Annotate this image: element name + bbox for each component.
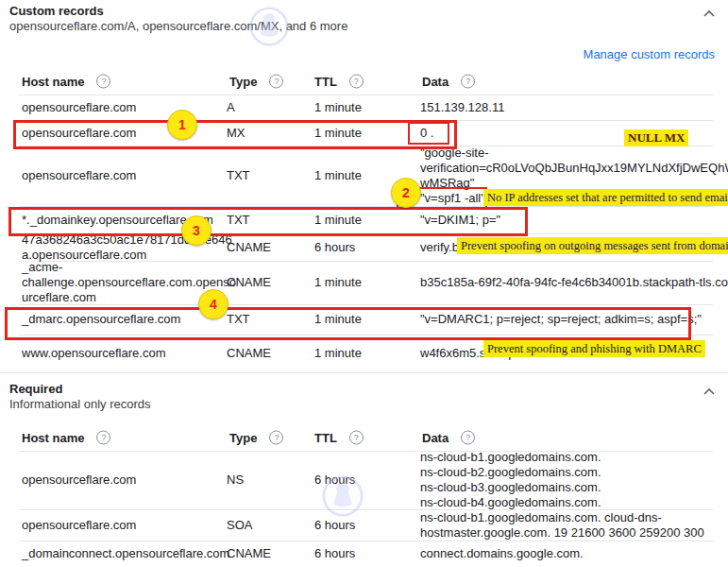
table-row: _dmarc.opensourceflare.com TXT 1 minute …: [19, 304, 713, 335]
host-cell: opensourceflare.com: [22, 472, 136, 488]
data-cell: "v=DMARC1; p=reject; sp=reject; adkim=s;…: [420, 312, 702, 327]
required-subtitle: Informational only records: [9, 397, 151, 411]
help-icon[interactable]: ?: [461, 75, 475, 89]
type-cell: SOA: [227, 518, 252, 533]
section-divider: [0, 372, 728, 373]
help-icon[interactable]: ?: [349, 430, 364, 444]
ttl-cell: 1 minute: [314, 100, 362, 115]
dns-records-page: Custom records opensourceflare.com/A, op…: [0, 0, 728, 567]
data-cell: 151.139.128.11: [420, 100, 504, 115]
column-data: Data: [422, 75, 449, 89]
annotation-badge-2: 2: [391, 178, 421, 208]
type-cell: TXT: [227, 312, 250, 327]
type-cell: CNAME: [227, 275, 271, 290]
ttl-cell: 6 hours: [314, 546, 355, 561]
data-cell: "v=DKIM1; p=": [420, 213, 500, 228]
column-type: Type: [229, 75, 257, 89]
annotation-badge-1: 1: [167, 110, 197, 140]
ttl-cell: 6 hours: [314, 240, 355, 255]
chevron-up-icon[interactable]: [702, 7, 717, 22]
help-icon[interactable]: ?: [96, 430, 110, 444]
data-cell: b35c185a-69f2-40fa-94fc-fe4c6b34001b.sta…: [420, 275, 728, 290]
host-cell: opensourceflare.com: [22, 168, 136, 183]
table-header: Host name? Type? TTL? Data?: [19, 68, 713, 95]
annotation-highlight-dmarc: Prevent spoofing and phishing with DMARC: [483, 340, 705, 357]
custom-records-title: Custom records: [9, 4, 104, 18]
table-row: *._domainkey.opensourceflare.com TXT 1 m…: [19, 206, 713, 234]
table-row: opensourceflare.com A 1 minute 151.139.1…: [19, 95, 713, 121]
host-cell: www.opensourceflare.com: [22, 346, 165, 361]
custom-records-subtitle: opensourceflare.com/A, opensourceflare.c…: [9, 19, 347, 33]
table-row: _domainconnect.opensourceflare.com CNAME…: [19, 541, 713, 567]
annotation-highlight-dkim: Prevent spoofing on outgoing messages se…: [457, 237, 728, 254]
ttl-cell: 6 hours: [314, 472, 355, 488]
annotation-highlight-null-mx: NULL MX: [624, 129, 688, 146]
chevron-up-icon[interactable]: [702, 385, 717, 400]
data-cell: 0 .: [420, 126, 433, 141]
help-icon[interactable]: ?: [461, 430, 475, 444]
data-cell: ns-cloud-b1.googledomains.com. cloud-dns…: [420, 510, 704, 541]
ttl-cell: 1 minute: [314, 312, 362, 327]
ttl-cell: 1 minute: [314, 213, 362, 228]
host-cell: opensourceflare.com: [22, 100, 136, 115]
table-header: Host name? Type? TTL? Data?: [19, 423, 713, 452]
table-row: opensourceflare.com MX 1 minute 0 .: [19, 120, 713, 146]
type-cell: CNAME: [227, 240, 271, 255]
help-icon[interactable]: ?: [269, 430, 283, 444]
column-host-name: Host name: [22, 430, 84, 444]
ttl-cell: 6 hours: [314, 518, 355, 533]
host-cell: opensourceflare.com: [22, 126, 136, 141]
ttl-cell: 1 minute: [314, 275, 362, 290]
type-cell: TXT: [227, 213, 250, 228]
type-cell: CNAME: [227, 346, 271, 361]
column-type: Type: [229, 430, 257, 444]
help-icon[interactable]: ?: [269, 75, 283, 89]
annotation-highlight-spf: No IP addresses set that are permitted t…: [483, 189, 728, 206]
type-cell: A: [227, 100, 235, 115]
ttl-cell: 1 minute: [314, 126, 362, 141]
manage-custom-records-link[interactable]: Manage custom records: [584, 47, 715, 61]
data-cell: verify.b: [420, 240, 459, 255]
host-cell: opensourceflare.com: [22, 518, 136, 533]
column-host-name: Host name: [22, 75, 84, 89]
required-title: Required: [9, 382, 62, 396]
column-ttl: TTL: [314, 75, 337, 89]
data-cell: ns-cloud-b1.googledomains.com. ns-cloud-…: [420, 450, 601, 510]
table-row: opensourceflare.com SOA 6 hours ns-cloud…: [19, 509, 713, 541]
ttl-cell: 1 minute: [314, 346, 362, 361]
table-row: _acme- challenge.opensourceflare.com.ope…: [19, 261, 713, 305]
data-cell: connect.domains.google.com.: [420, 546, 584, 561]
host-cell: _dmarc.opensourceflare.com: [22, 312, 180, 327]
column-data: Data: [422, 430, 449, 444]
type-cell: NS: [227, 472, 244, 488]
host-cell: _domainconnect.opensourceflare.com: [22, 546, 229, 561]
help-icon[interactable]: ?: [349, 75, 364, 89]
ttl-cell: 1 minute: [314, 168, 362, 183]
annotation-badge-4: 4: [198, 289, 229, 319]
type-cell: TXT: [227, 168, 250, 183]
column-ttl: TTL: [314, 430, 337, 444]
annotation-badge-3: 3: [181, 215, 212, 246]
type-cell: MX: [227, 126, 245, 141]
help-icon[interactable]: ?: [96, 75, 110, 89]
type-cell: CNAME: [227, 546, 271, 561]
table-row: opensourceflare.com NS 6 hours ns-cloud-…: [19, 451, 713, 510]
